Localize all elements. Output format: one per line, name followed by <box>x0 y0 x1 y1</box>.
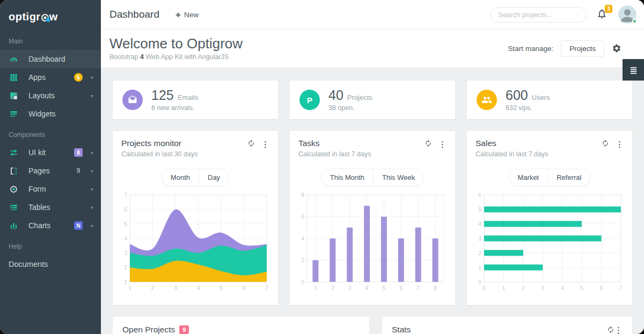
quick-list-button[interactable] <box>623 59 644 81</box>
chevron-down-icon: ▾ <box>88 205 93 210</box>
bottom-row: Open Projects 9 Stats ⋮ <box>113 317 632 334</box>
sidebar-item-dashboard[interactable]: Dashboard <box>0 50 101 68</box>
sidebar-item-apps[interactable]: Apps5▾ <box>0 68 101 86</box>
sidebar: optigrw MainDashboardApps5▾Layouts▾Widge… <box>0 0 101 334</box>
svg-text:6: 6 <box>301 213 304 220</box>
projects-monitor-chart: 12345671234567 <box>121 191 269 293</box>
top-bar: Dashboard + New 3 <box>101 0 644 30</box>
sidebar-item-charts[interactable]: ChartsN▾ <box>0 216 101 235</box>
stat-label: Users <box>532 94 550 101</box>
stats-menu-button[interactable]: ⋮ <box>614 326 623 334</box>
card-title: Projects monitor <box>121 139 247 148</box>
svg-text:6: 6 <box>478 192 481 198</box>
settings-button[interactable] <box>612 43 621 53</box>
welcome-subtitle: Bootstrap 4 Web App Kit with AngularJS <box>109 53 243 61</box>
svg-text:4: 4 <box>197 285 200 291</box>
sidebar-item-documents[interactable]: Documents <box>0 255 101 273</box>
sidebar-item-label: Dashboard <box>28 55 93 63</box>
tasks-card: Tasks Calculated in last 7 days ⋮ This M… <box>290 131 455 305</box>
stat-value: 40 <box>328 89 343 102</box>
kebab-menu-button[interactable]: ⋮ <box>261 140 269 148</box>
dashboard-icon <box>10 55 18 63</box>
sidebar-item-label: Widgets <box>28 110 93 118</box>
manage-projects-button[interactable]: Projects <box>561 40 604 57</box>
sliders-icon <box>10 149 18 157</box>
welcome-section: Welcome to Optigrow Bootstrap 4 Web App … <box>101 30 644 67</box>
stat-text: 40Projects38 open. <box>328 89 372 112</box>
chevron-down-icon: ▾ <box>88 186 93 192</box>
svg-text:6: 6 <box>124 206 127 213</box>
refresh-button[interactable] <box>425 140 432 149</box>
sidebar-item-layouts[interactable]: Layouts▾ <box>0 86 101 105</box>
user-avatar-wrap <box>618 5 636 24</box>
toggle-referral[interactable]: Referral <box>547 169 590 186</box>
charts-icon <box>10 222 18 230</box>
stat-label: Projects <box>347 94 372 101</box>
sidebar-item-label: Pages <box>28 166 74 175</box>
main-column: Dashboard + New 3 <box>101 0 644 334</box>
search-input[interactable] <box>490 7 587 23</box>
sidebar-item-form[interactable]: Form▾ <box>0 180 101 198</box>
chevron-down-icon: ▾ <box>88 223 93 229</box>
stats-refresh-button[interactable] <box>607 326 614 333</box>
svg-text:6: 6 <box>600 285 603 291</box>
stat-label: Emails <box>178 94 199 101</box>
svg-text:2: 2 <box>301 257 304 263</box>
card-title: Sales <box>475 139 602 148</box>
stats-card: Stats ⋮ <box>382 317 632 334</box>
svg-text:3: 3 <box>348 285 352 291</box>
svg-text:5: 5 <box>124 221 127 227</box>
sidebar-item-label: Tables <box>28 203 88 212</box>
refresh-icon <box>425 140 432 149</box>
svg-text:0: 0 <box>478 279 481 285</box>
svg-text:5: 5 <box>219 285 223 291</box>
sidebar-badge-ui-kit: 8 <box>74 148 83 157</box>
kebab-menu-button[interactable]: ⋮ <box>438 140 447 148</box>
sidebar-badge-charts: N <box>74 221 83 230</box>
svg-text:5: 5 <box>580 285 583 291</box>
svg-text:3: 3 <box>174 285 177 291</box>
svg-text:2: 2 <box>151 285 155 291</box>
new-button[interactable]: + New <box>172 10 202 20</box>
refresh-button[interactable] <box>247 140 255 149</box>
online-status-dot <box>632 19 637 24</box>
toggle-day[interactable]: Day <box>199 169 229 186</box>
stats-title: Stats <box>392 325 411 334</box>
svg-text:4: 4 <box>478 221 481 227</box>
notifications-button[interactable]: 3 <box>596 8 608 21</box>
sidebar-item-label: UI kit <box>28 148 74 157</box>
logo-target-icon <box>41 14 49 21</box>
card-title: Tasks <box>298 139 425 148</box>
logo-text-pre: optigr <box>9 11 41 23</box>
toggle-this-month[interactable]: This Month <box>321 169 374 186</box>
list-icon <box>629 66 638 75</box>
sidebar-item-ui-kit[interactable]: UI kit8▾ <box>0 143 101 162</box>
open-projects-header: Open Projects 9 <box>122 325 360 334</box>
stat-subtext: 632 vips. <box>506 104 550 112</box>
welcome-title-name: Optigrow <box>187 35 243 52</box>
svg-text:6: 6 <box>399 285 402 291</box>
svg-text:3: 3 <box>541 285 544 291</box>
apps-icon <box>10 74 18 82</box>
sidebar-item-widgets[interactable]: Widgets <box>0 105 101 123</box>
kebab-menu-button[interactable]: ⋮ <box>616 140 624 148</box>
refresh-button[interactable] <box>602 140 609 149</box>
projects-monitor-card: Projects monitor Calculated in last 30 d… <box>113 131 278 305</box>
sidebar-item-label: Documents <box>9 260 93 268</box>
sidebar-section-label-main: Main <box>0 30 101 50</box>
svg-text:1: 1 <box>478 264 481 271</box>
tasks-chart: 0246812345678 <box>298 191 447 293</box>
welcome-subtitle-pre: Bootstrap <box>109 53 138 61</box>
stat-text: 125Emails6 new arrivals. <box>151 89 199 112</box>
refresh-icon <box>607 326 614 333</box>
toggle-market[interactable]: Market <box>509 169 548 186</box>
svg-text:5: 5 <box>383 285 386 291</box>
sidebar-item-tables[interactable]: Tables▾ <box>0 198 101 216</box>
svg-text:7: 7 <box>124 192 127 198</box>
new-button-label: New <box>184 11 199 19</box>
stats-header: Stats ⋮ <box>392 325 623 334</box>
toggle-this-week[interactable]: This Week <box>373 169 424 186</box>
svg-text:3: 3 <box>478 235 481 242</box>
sidebar-item-pages[interactable]: Pages9▾ <box>0 162 101 180</box>
toggle-month[interactable]: Month <box>162 169 199 186</box>
